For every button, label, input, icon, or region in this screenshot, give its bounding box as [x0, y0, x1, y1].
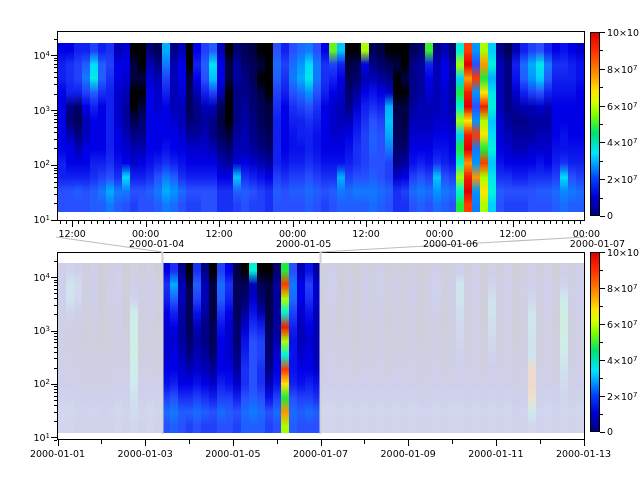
spectrogram-viewer: 12:0000:002000-01-0412:0000:002000-01-05… — [0, 0, 640, 480]
y-tick-label: 101 — [0, 431, 50, 443]
colorbar-tick-label: 8×107 — [607, 282, 638, 294]
x-tick-label-date: 2000-01-04 — [129, 238, 184, 249]
colorbar-tick-label: 10×107 — [607, 26, 640, 38]
x-tick-label-date: 2000-01-05 — [276, 238, 331, 249]
x-tick-label-date: 2000-01-06 — [423, 238, 478, 249]
x-tick-label-time: 00:00 — [132, 228, 159, 239]
x-tick-label-time: 12:00 — [499, 228, 526, 239]
y-tick-label: 103 — [0, 104, 50, 116]
y-tick-label: 102 — [0, 158, 50, 170]
x-tick-label-date: 2000-01-09 — [381, 448, 436, 459]
x-tick-label-time: 00:00 — [279, 228, 306, 239]
zoomed-colorbar — [590, 32, 600, 216]
y-tick-label: 104 — [0, 49, 50, 61]
y-tick-label: 103 — [0, 324, 50, 336]
x-tick-label-time: 12:00 — [352, 228, 379, 239]
x-tick-label-date: 2000-01-13 — [556, 448, 611, 459]
colorbar-tick-label: 2×107 — [607, 173, 638, 185]
y-tick-label: 101 — [0, 213, 50, 225]
context-spectrogram-image[interactable] — [58, 263, 584, 433]
colorbar-tick-label: 4×107 — [607, 136, 638, 148]
y-tick-label: 102 — [0, 377, 50, 389]
colorbar-tick-label: 2×107 — [607, 390, 638, 402]
context-colorbar — [590, 252, 600, 432]
x-tick-label-time: 12:00 — [58, 228, 85, 239]
x-tick-label-date: 2000-01-05 — [205, 448, 260, 459]
colorbar-tick-label: 0 — [607, 426, 613, 437]
x-tick-label-time: 00:00 — [573, 228, 600, 239]
x-tick-label-date: 2000-01-03 — [118, 448, 173, 459]
colorbar-tick-label: 4×107 — [607, 354, 638, 366]
colorbar-tick-label: 6×107 — [607, 100, 638, 112]
colorbar-tick-label: 10×107 — [607, 246, 640, 258]
zoomed-spectrogram-image[interactable] — [58, 43, 584, 212]
x-tick-label-time: 12:00 — [205, 228, 232, 239]
x-tick-label-date: 2000-01-01 — [30, 448, 85, 459]
x-tick-label-time: 00:00 — [426, 228, 453, 239]
colorbar-tick-label: 8×107 — [607, 63, 638, 75]
x-tick-label-date: 2000-01-11 — [468, 448, 523, 459]
colorbar-tick-label: 6×107 — [607, 318, 638, 330]
x-tick-label-date: 2000-01-07 — [293, 448, 348, 459]
colorbar-tick-label: 0 — [607, 210, 613, 221]
y-tick-label: 104 — [0, 271, 50, 283]
